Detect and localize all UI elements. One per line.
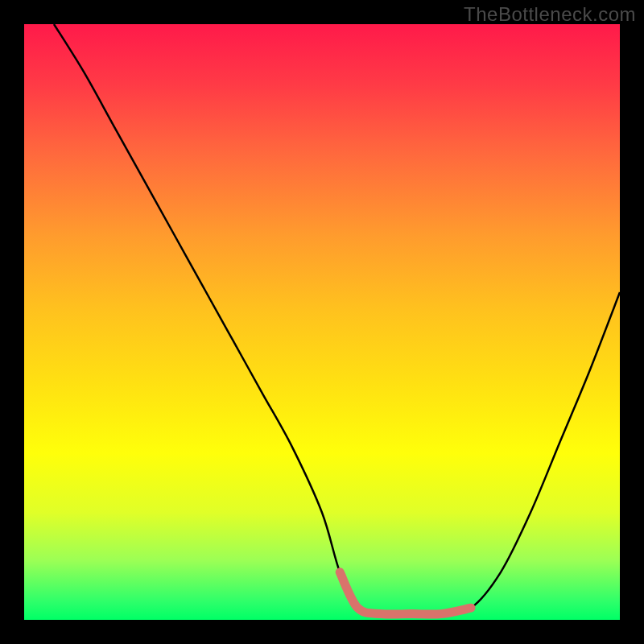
watermark-text: TheBottleneck.com (464, 3, 636, 26)
plot-area (24, 24, 620, 620)
curve-layer (24, 24, 620, 620)
highlight-segment (340, 572, 471, 614)
chart-frame: TheBottleneck.com (0, 0, 644, 644)
bottleneck-curve (54, 24, 620, 614)
